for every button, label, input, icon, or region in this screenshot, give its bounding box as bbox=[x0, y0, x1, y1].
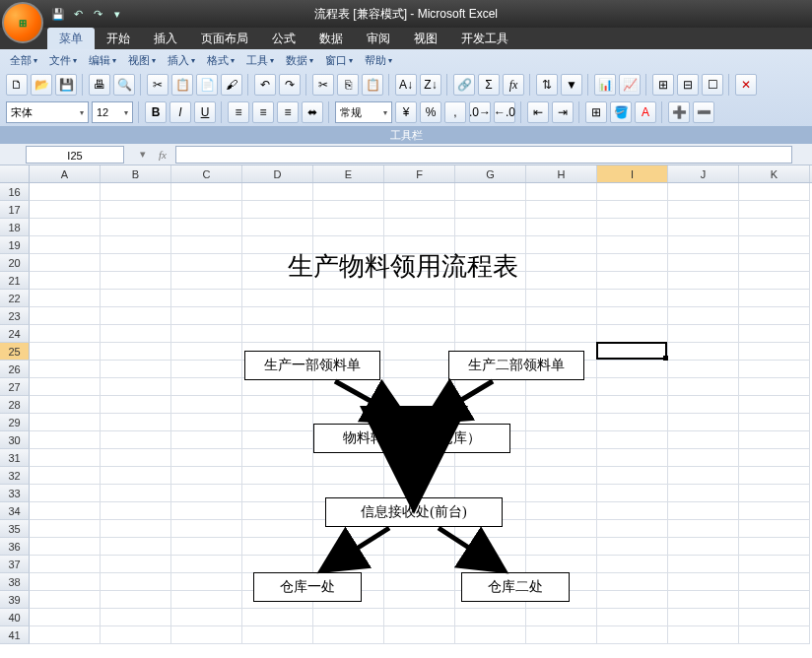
cell-B16[interactable] bbox=[101, 183, 171, 201]
cell-J22[interactable] bbox=[668, 290, 739, 307]
cell-A36[interactable] bbox=[30, 538, 101, 556]
inc-decimal-icon[interactable]: .0→ bbox=[469, 101, 491, 123]
bold-icon[interactable]: B bbox=[145, 101, 167, 123]
cell-B32[interactable] bbox=[101, 467, 171, 485]
cell-K29[interactable] bbox=[739, 414, 810, 431]
align-center-icon[interactable]: ≡ bbox=[252, 101, 274, 123]
cell-F23[interactable] bbox=[384, 307, 455, 325]
cell-I30[interactable] bbox=[597, 431, 668, 449]
font-color-icon[interactable]: A bbox=[635, 101, 656, 123]
cell-I24[interactable] bbox=[597, 325, 668, 343]
cell-J18[interactable] bbox=[668, 219, 739, 236]
cell-C35[interactable] bbox=[171, 520, 242, 538]
cell-H37[interactable] bbox=[526, 556, 597, 573]
underline-icon[interactable]: U bbox=[194, 101, 216, 123]
cell-A24[interactable] bbox=[30, 325, 101, 343]
cell-H23[interactable] bbox=[526, 307, 597, 325]
cell-K33[interactable] bbox=[739, 485, 810, 502]
rowhead-31[interactable]: 31 bbox=[0, 449, 30, 467]
comma-icon[interactable]: , bbox=[444, 101, 466, 123]
cell-K39[interactable] bbox=[739, 591, 810, 609]
cell-I35[interactable] bbox=[597, 520, 668, 538]
cell-C16[interactable] bbox=[171, 183, 242, 201]
cell-J17[interactable] bbox=[668, 201, 739, 219]
cell-F40[interactable] bbox=[384, 609, 455, 626]
flow-box-reception[interactable]: 信息接收处(前台) bbox=[325, 497, 503, 527]
rowhead-18[interactable]: 18 bbox=[0, 219, 30, 236]
cell-C21[interactable] bbox=[171, 272, 242, 290]
redo-icon[interactable]: ↷ bbox=[89, 5, 106, 23]
menu-all[interactable]: 全部▾ bbox=[6, 53, 41, 68]
rowhead-30[interactable]: 30 bbox=[0, 431, 30, 449]
cell-G32[interactable] bbox=[455, 467, 526, 485]
cell-G23[interactable] bbox=[455, 307, 526, 325]
cell-F37[interactable] bbox=[384, 556, 455, 573]
cell-H35[interactable] bbox=[526, 520, 597, 538]
cell-H16[interactable] bbox=[526, 183, 597, 201]
cell-G18[interactable] bbox=[455, 219, 526, 236]
link-icon[interactable]: 🔗 bbox=[453, 74, 475, 96]
col-H[interactable]: H bbox=[526, 165, 597, 182]
cell-A17[interactable] bbox=[30, 201, 101, 219]
cell-F27[interactable] bbox=[384, 378, 455, 396]
cell-K38[interactable] bbox=[739, 573, 810, 591]
indent-inc-icon[interactable]: ⇥ bbox=[552, 101, 574, 123]
cell-D36[interactable] bbox=[242, 538, 313, 556]
rowhead-20[interactable]: 20 bbox=[0, 254, 30, 272]
rowhead-25[interactable]: 25 bbox=[0, 343, 30, 361]
fill-color-icon[interactable]: 🪣 bbox=[610, 101, 632, 123]
rowhead-40[interactable]: 40 bbox=[0, 609, 30, 626]
cell-A40[interactable] bbox=[30, 609, 101, 626]
cell-A19[interactable] bbox=[30, 236, 101, 254]
cell-H36[interactable] bbox=[526, 538, 597, 556]
cell-I31[interactable] bbox=[597, 449, 668, 467]
cell-C19[interactable] bbox=[171, 236, 242, 254]
cell-I38[interactable] bbox=[597, 573, 668, 591]
cell-A39[interactable] bbox=[30, 591, 101, 609]
cell-B26[interactable] bbox=[101, 361, 171, 378]
cell-C36[interactable] bbox=[171, 538, 242, 556]
cell-K34[interactable] bbox=[739, 502, 810, 520]
cell-G37[interactable] bbox=[455, 556, 526, 573]
rowhead-27[interactable]: 27 bbox=[0, 378, 30, 396]
cell-F28[interactable] bbox=[384, 396, 455, 414]
cell-K41[interactable] bbox=[739, 626, 810, 644]
menu-view[interactable]: 视图▾ bbox=[124, 53, 160, 68]
cell-G27[interactable] bbox=[455, 378, 526, 396]
cell-C41[interactable] bbox=[171, 626, 242, 644]
chart2-icon[interactable]: 📈 bbox=[619, 74, 641, 96]
cell-K21[interactable] bbox=[739, 272, 810, 290]
menu-file[interactable]: 文件▾ bbox=[45, 53, 81, 68]
cell-D22[interactable] bbox=[242, 290, 313, 307]
cell-B36[interactable] bbox=[101, 538, 171, 556]
paste-icon[interactable]: 📄 bbox=[196, 74, 218, 96]
cell-K32[interactable] bbox=[739, 467, 810, 485]
rowhead-37[interactable]: 37 bbox=[0, 556, 30, 573]
cell-A16[interactable] bbox=[30, 183, 101, 201]
cell-K24[interactable] bbox=[739, 325, 810, 343]
cell-A23[interactable] bbox=[30, 307, 101, 325]
cell-A22[interactable] bbox=[30, 290, 101, 307]
tab-view[interactable]: 视图 bbox=[402, 28, 449, 49]
menu-window[interactable]: 窗口▾ bbox=[321, 53, 357, 68]
cell-A34[interactable] bbox=[30, 502, 101, 520]
sum-icon[interactable]: Σ bbox=[478, 74, 500, 96]
cell-K23[interactable] bbox=[739, 307, 810, 325]
cell-I19[interactable] bbox=[597, 236, 668, 254]
cell-E16[interactable] bbox=[313, 183, 384, 201]
cell-A26[interactable] bbox=[30, 361, 101, 378]
cell-A30[interactable] bbox=[30, 431, 101, 449]
cell-K37[interactable] bbox=[739, 556, 810, 573]
redo-btn-icon[interactable]: ↷ bbox=[279, 74, 301, 96]
cell-K22[interactable] bbox=[739, 290, 810, 307]
rowhead-34[interactable]: 34 bbox=[0, 502, 30, 520]
cell-A38[interactable] bbox=[30, 573, 101, 591]
cell-K35[interactable] bbox=[739, 520, 810, 538]
merge-icon[interactable]: ⬌ bbox=[302, 101, 323, 123]
cell-F36[interactable] bbox=[384, 538, 455, 556]
align-right-icon[interactable]: ≡ bbox=[277, 101, 299, 123]
menu-data[interactable]: 数据▾ bbox=[282, 53, 317, 68]
cell-B37[interactable] bbox=[101, 556, 171, 573]
cell-B34[interactable] bbox=[101, 502, 171, 520]
cell-K17[interactable] bbox=[739, 201, 810, 219]
